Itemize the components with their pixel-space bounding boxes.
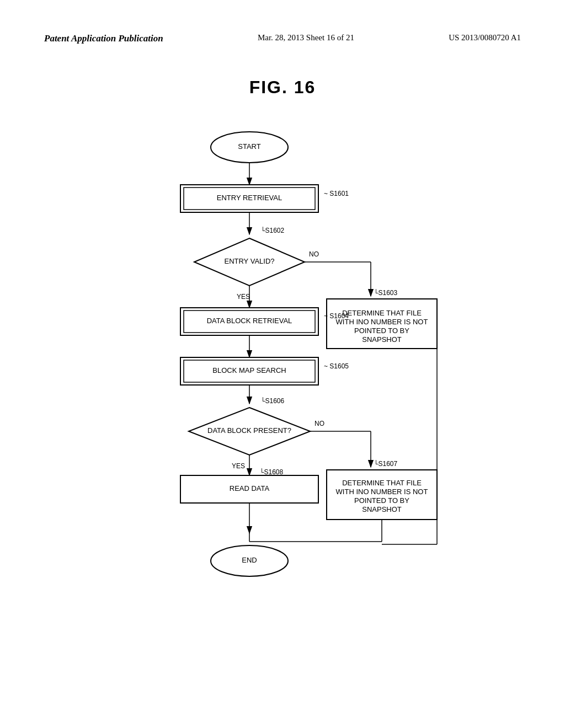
yes-label-1: YES xyxy=(237,293,250,301)
s1602-label: ENTRY VALID? xyxy=(224,257,274,265)
s1603-line2: WITH INO NUMBER IS NOT xyxy=(336,318,428,326)
no-label-1: NO xyxy=(309,250,319,258)
page: Patent Application Publication Mar. 28, … xyxy=(0,0,565,728)
s1608-step: └S1608 xyxy=(259,468,284,476)
s1607-step: └S1607 xyxy=(374,460,398,468)
s1603-line1: DETERMINE THAT FILE xyxy=(342,309,422,317)
s1603-line4: SNAPSHOT xyxy=(362,335,402,344)
start-label: START xyxy=(238,142,260,151)
s1608-label: READ DATA xyxy=(230,484,270,493)
flowchart-container: text { font-family: Arial, Helvetica, sa… xyxy=(95,125,470,624)
s1603-step: └S1603 xyxy=(374,289,398,297)
s1607-line1: DETERMINE THAT FILE xyxy=(342,479,422,487)
flowchart-svg: text { font-family: Arial, Helvetica, sa… xyxy=(95,125,470,622)
s1607-line4: SNAPSHOT xyxy=(362,505,402,513)
s1601-step: ~ S1601 xyxy=(324,190,349,197)
no-label-2: NO xyxy=(315,420,324,427)
s1601-label: ENTRY RETRIEVAL xyxy=(217,194,282,202)
page-header: Patent Application Publication Mar. 28, … xyxy=(44,33,521,44)
figure-title: FIG. 16 xyxy=(44,77,521,98)
s1602-step: └S1602 xyxy=(260,227,285,234)
s1604-step: ~ S1604 xyxy=(324,312,349,320)
s1605-label: BLOCK MAP SEARCH xyxy=(212,366,286,374)
patent-number: US 2013/0080720 A1 xyxy=(449,33,521,42)
s1604-label: DATA BLOCK RETRIEVAL xyxy=(207,317,292,325)
s1606-label: DATA BLOCK PRESENT? xyxy=(207,426,291,435)
s1607-line3: POINTED TO BY xyxy=(354,496,409,505)
yes-label-2: YES xyxy=(232,462,245,470)
s1605-step: ~ S1605 xyxy=(324,362,349,370)
sheet-info: Mar. 28, 2013 Sheet 16 of 21 xyxy=(258,33,354,42)
end-label: END xyxy=(242,556,257,564)
s1603-line3: POINTED TO BY xyxy=(354,326,409,335)
s1606-step: └S1606 xyxy=(260,397,285,405)
publication-title: Patent Application Publication xyxy=(44,33,163,44)
s1607-line2: WITH INO NUMBER IS NOT xyxy=(336,488,428,496)
